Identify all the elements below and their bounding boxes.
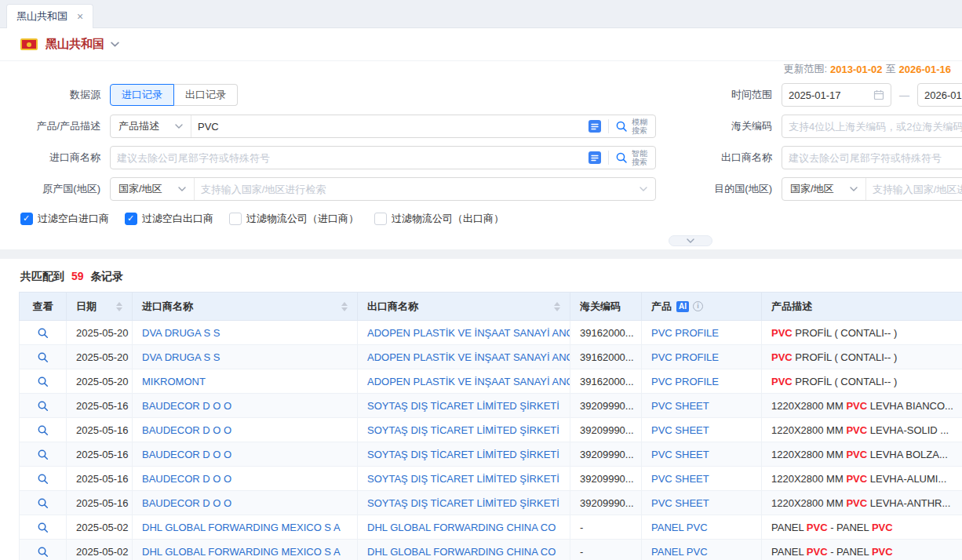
info-icon[interactable] bbox=[693, 301, 703, 311]
exporter-link[interactable]: SOYTAŞ DIŞ TİCARET LİMİTED ŞİRKETİ bbox=[367, 449, 559, 460]
start-date-input[interactable]: 2025-01-17 bbox=[782, 83, 891, 107]
destination-country-select[interactable]: 国家/地区 bbox=[782, 178, 866, 200]
product-link[interactable]: PVC SHEET bbox=[651, 400, 709, 412]
description-text: LEVHA-SOLID ... bbox=[867, 424, 949, 436]
batch-input-icon[interactable] bbox=[588, 119, 602, 133]
batch-input-icon[interactable] bbox=[588, 151, 602, 165]
origin-country-select[interactable]: 国家/地区 bbox=[111, 178, 195, 200]
view-cell bbox=[20, 442, 67, 467]
product-cell: PVC PROFILE bbox=[642, 369, 762, 394]
product-link[interactable]: PVC PROFILE bbox=[651, 351, 719, 363]
sort-icon[interactable] bbox=[337, 302, 348, 311]
checkbox-checked-icon[interactable] bbox=[125, 213, 137, 225]
country-chevron-down-icon[interactable] bbox=[111, 42, 119, 47]
product-type-select[interactable]: 产品描述 bbox=[111, 115, 191, 137]
importer-link[interactable]: BAUDECOR D O O bbox=[142, 497, 231, 509]
view-detail-icon[interactable] bbox=[37, 376, 49, 387]
filter-checkbox-item[interactable]: 过滤空白出口商 bbox=[125, 212, 213, 226]
description-text: LEVHA BOLZA... bbox=[867, 449, 948, 460]
date-cell: 2025-05-16 bbox=[67, 418, 133, 442]
exporter-link[interactable]: ADOPEN PLASTİK VE İNŞAAT SANAYİ ANO... bbox=[367, 327, 570, 339]
collapse-filter-button[interactable] bbox=[669, 235, 712, 246]
filter-checkbox-item[interactable]: 过滤物流公司（出口商） bbox=[374, 212, 504, 226]
importer-link[interactable]: BAUDECOR D O O bbox=[142, 473, 231, 485]
product-link[interactable]: PVC SHEET bbox=[651, 449, 709, 460]
product-input[interactable] bbox=[191, 121, 588, 133]
importer-cell: DVA DRUGA S S bbox=[133, 321, 358, 345]
description-highlight: PVC bbox=[771, 327, 793, 339]
view-detail-icon[interactable] bbox=[37, 424, 49, 436]
tab-close-icon[interactable]: × bbox=[77, 11, 83, 22]
importer-link[interactable]: BAUDECOR D O O bbox=[142, 424, 231, 436]
exporter-cell: SOYTAŞ DIŞ TİCARET LİMİTED ŞİRKETİ bbox=[358, 394, 570, 418]
form-row-importer: 进口商名称 智能 搜索 bbox=[0, 146, 962, 169]
exporter-link[interactable]: SOYTAŞ DIŞ TİCARET LİMİTED ŞİRKETİ bbox=[367, 497, 559, 509]
tab-montenegro[interactable]: 黑山共和国 × bbox=[6, 4, 93, 28]
exporter-link[interactable]: SOYTAŞ DIŞ TİCARET LİMİTED ŞİRKETİ bbox=[367, 400, 559, 412]
exporter-link[interactable]: ADOPEN PLASTİK VE İNŞAAT SANAYİ ANO... bbox=[367, 351, 570, 363]
hs-code-cell: - bbox=[570, 540, 642, 560]
end-date-value: 2026-01-16 bbox=[924, 89, 962, 101]
col-date[interactable]: 日期 bbox=[67, 293, 133, 321]
description-text: 1220X2800 MM bbox=[771, 400, 846, 412]
results-table: 查看 日期 进口商名称 bbox=[19, 292, 962, 560]
product-link[interactable]: PANEL PVC bbox=[651, 546, 708, 558]
importer-link[interactable]: DHL GLOBAL FORWARDING MEXICO S A bbox=[142, 522, 341, 533]
product-link[interactable]: PANEL PVC bbox=[651, 522, 708, 533]
checkbox-unchecked-icon[interactable] bbox=[229, 213, 242, 225]
exporter-input[interactable] bbox=[782, 146, 962, 169]
exporter-link[interactable]: SOYTAŞ DIŞ TİCARET LİMİTED ŞİRKETİ bbox=[367, 473, 559, 485]
view-detail-icon[interactable] bbox=[37, 473, 49, 485]
col-importer[interactable]: 进口商名称 bbox=[133, 293, 358, 321]
exporter-link[interactable]: SOYTAŞ DIŞ TİCARET LİMİTED ŞİRKETİ bbox=[367, 424, 559, 436]
sort-icon[interactable] bbox=[549, 302, 560, 311]
view-detail-icon[interactable] bbox=[37, 327, 49, 339]
exporter-link[interactable]: ADOPEN PLASTİK VE İNŞAAT SANAYİ ANO... bbox=[367, 376, 570, 387]
form-row-origin: 原产国(地区) 国家/地区 目的国(地区) bbox=[0, 177, 962, 201]
import-records-tab[interactable]: 进口记录 bbox=[110, 84, 174, 106]
importer-input[interactable] bbox=[111, 152, 588, 164]
col-exporter[interactable]: 出口商名称 bbox=[358, 293, 570, 321]
checkbox-unchecked-icon[interactable] bbox=[374, 213, 387, 225]
exporter-link[interactable]: DHL GLOBAL FORWARDING CHINA CO bbox=[367, 522, 556, 533]
fuzzy-search-button[interactable]: 模糊 搜索 bbox=[609, 118, 655, 135]
end-date-input[interactable]: 2026-01-16 bbox=[917, 83, 962, 107]
view-cell bbox=[20, 515, 67, 540]
destination-country-label: 目的国(地区) bbox=[665, 182, 782, 196]
origin-country-input[interactable] bbox=[195, 184, 640, 195]
importer-link[interactable]: MIKROMONT bbox=[142, 376, 206, 387]
exporter-link[interactable]: DHL GLOBAL FORWARDING CHINA CO bbox=[367, 546, 556, 558]
hs-code-cell: 39209990... bbox=[570, 491, 642, 515]
importer-link[interactable]: DVA DRUGA S S bbox=[142, 327, 220, 339]
hs-code-input[interactable] bbox=[782, 115, 962, 138]
importer-link[interactable]: BAUDECOR D O O bbox=[142, 400, 231, 412]
checkbox-checked-icon[interactable] bbox=[20, 213, 33, 225]
view-detail-icon[interactable] bbox=[37, 546, 49, 558]
view-detail-icon[interactable] bbox=[37, 497, 49, 509]
importer-link[interactable]: BAUDECOR D O O bbox=[142, 449, 231, 460]
importer-link[interactable]: DVA DRUGA S S bbox=[142, 351, 220, 363]
product-link[interactable]: PVC SHEET bbox=[651, 473, 709, 485]
view-detail-icon[interactable] bbox=[37, 522, 49, 533]
filter-checkbox-item[interactable]: 过滤物流公司（进口商） bbox=[229, 212, 359, 226]
importer-link[interactable]: DHL GLOBAL FORWARDING MEXICO S A bbox=[142, 546, 341, 558]
exporter-cell: ADOPEN PLASTİK VE İNŞAAT SANAYİ ANO... bbox=[358, 321, 570, 345]
view-cell bbox=[20, 467, 67, 491]
view-detail-icon[interactable] bbox=[37, 449, 49, 460]
product-link[interactable]: PVC PROFILE bbox=[651, 327, 719, 339]
date-range-separator: — bbox=[899, 89, 909, 101]
product-link[interactable]: PVC PROFILE bbox=[651, 376, 719, 387]
product-link[interactable]: PVC SHEET bbox=[651, 424, 709, 436]
view-detail-icon[interactable] bbox=[37, 351, 49, 363]
description-highlight: PVC bbox=[846, 424, 867, 436]
hs-code-cell: 39162000... bbox=[570, 369, 642, 394]
filter-checkbox-item[interactable]: 过滤空白进口商 bbox=[20, 212, 109, 226]
filter-checkbox-row: 过滤空白进口商过滤空白出口商过滤物流公司（进口商）过滤物流公司（出口商） bbox=[20, 212, 962, 226]
sort-icon[interactable] bbox=[111, 302, 122, 311]
export-records-tab[interactable]: 出口记录 bbox=[174, 84, 238, 106]
destination-country-input[interactable] bbox=[866, 184, 962, 195]
product-link[interactable]: PVC SHEET bbox=[651, 497, 709, 509]
smart-search-button[interactable]: 智能 搜索 bbox=[609, 149, 655, 166]
product-type-select-value: 产品描述 bbox=[118, 119, 159, 133]
view-detail-icon[interactable] bbox=[37, 400, 49, 412]
